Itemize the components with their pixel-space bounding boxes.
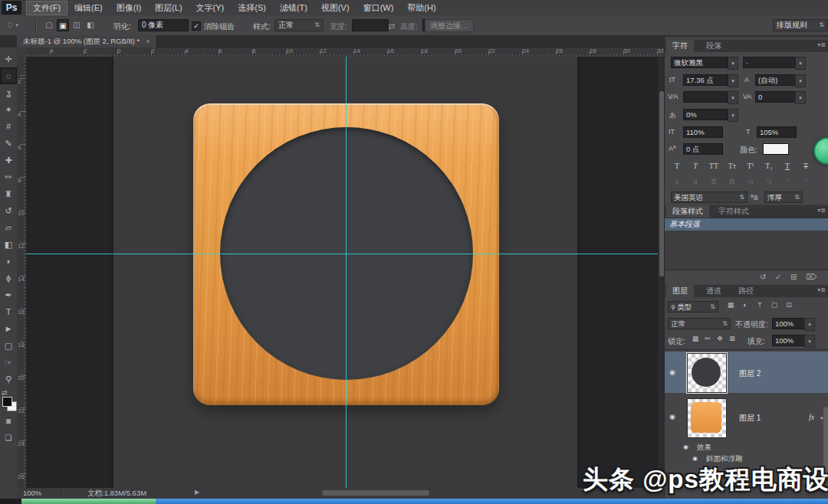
horizontal-scale-input[interactable]: 105% [757, 126, 797, 138]
opentype-button[interactable]: ª [780, 178, 795, 185]
document-tab[interactable]: 未标题-1 @ 100% (图层 2, RGB/8) *× [17, 35, 157, 47]
tab-layers[interactable]: 图层 [666, 285, 694, 297]
new-selection-mode-icon[interactable]: ▢ [43, 19, 55, 31]
tab-character-styles[interactable]: 字符样式 [712, 205, 755, 218]
shape-tool[interactable]: ▢ [0, 337, 17, 354]
refine-edge-button[interactable]: 调整边缘… [425, 19, 474, 32]
menu-item[interactable]: 文件(F) [26, 1, 67, 15]
opentype-button[interactable]: ﬆ [724, 178, 740, 185]
layer-name[interactable]: 图层 1 [739, 413, 761, 424]
path-selection-tool[interactable]: ► [0, 320, 17, 337]
menu-item[interactable]: 图像(I) [110, 1, 148, 15]
layer-row-1[interactable]: ◉ 图层 1 fx ▴ [665, 394, 828, 440]
visibility-eye-icon[interactable]: ◉ [683, 443, 688, 450]
swap-colors-icon[interactable]: ⇄ [2, 389, 8, 397]
undo-icon[interactable]: ↺ [760, 273, 766, 281]
font-family-dropdown[interactable]: 微软雅黑 [671, 57, 728, 68]
menu-item[interactable]: 编辑(E) [67, 1, 110, 15]
antialias-checkbox[interactable]: ✓ [192, 21, 201, 31]
antialias-dropdown[interactable]: 浑厚⇅ [764, 191, 803, 203]
chevron-down-icon[interactable]: ▾ [728, 57, 738, 70]
vertical-scrollbar[interactable] [658, 57, 664, 488]
tab-paragraph[interactable]: 段落 [700, 40, 728, 52]
tracking-input[interactable]: 0 [755, 91, 797, 103]
tab-paths[interactable]: 路径 [732, 285, 760, 297]
dodge-tool[interactable]: ϕ [0, 270, 17, 286]
menu-item[interactable]: 图层(L) [148, 1, 189, 15]
type-tool[interactable]: T [0, 303, 17, 320]
type-style-button[interactable]: T [669, 162, 685, 170]
foreground-color-swatch[interactable] [2, 397, 12, 407]
tool-preset-icon[interactable]: ◌ ▾ [8, 19, 18, 30]
filter-shape-layers-icon[interactable]: ▢ [768, 301, 780, 309]
horizontal-scrollbar-thumb[interactable] [322, 490, 429, 496]
paragraph-style-item[interactable]: 基本段落 [665, 218, 828, 231]
lock-position-icon[interactable]: ✥ [714, 335, 726, 342]
screen-mode-icon[interactable]: ❏ [0, 434, 17, 442]
filter-smart-objects-icon[interactable]: ⊡ [783, 301, 795, 309]
add-selection-mode-icon[interactable]: ▣ [57, 19, 69, 31]
zoom-tool[interactable]: ⚲ [0, 371, 17, 388]
workspace-dropdown[interactable]: 排版规则⇅ [773, 19, 828, 31]
gradient-tool[interactable]: ◧ [0, 236, 17, 253]
type-style-button[interactable]: T [688, 162, 703, 170]
brush-tool[interactable]: ✏ [0, 169, 17, 185]
chevron-down-icon[interactable]: ▾ [804, 318, 815, 331]
type-style-button[interactable]: T₁ [761, 162, 777, 170]
fx-badge[interactable]: fx [809, 413, 814, 421]
opentype-button[interactable]: ﬂ [688, 178, 703, 185]
layer-filter-dropdown[interactable]: ⚲ 类型⇅ [668, 301, 718, 313]
filter-pixel-layers-icon[interactable]: ▦ [724, 301, 737, 309]
apply-check-icon[interactable]: ✓ [775, 273, 781, 281]
panel-menu-icon[interactable]: ▾≣ [817, 286, 826, 293]
elliptical-marquee-tool[interactable]: ◌ [0, 67, 17, 84]
baseline-shift-input[interactable]: 0 点 [683, 143, 723, 155]
tab-channels[interactable]: 通道 [700, 285, 728, 297]
status-flyout-icon[interactable]: ▶ [195, 489, 199, 496]
type-style-button[interactable]: T [780, 162, 795, 170]
quick-mask-icon[interactable]: ◙ [0, 417, 17, 425]
chevron-down-icon[interactable]: ▾ [728, 91, 738, 104]
chevron-down-icon[interactable]: ▾ [804, 335, 815, 348]
panel-menu-icon[interactable]: ▾≣ [817, 41, 826, 48]
chevron-down-icon[interactable]: ▾ [728, 74, 738, 87]
chevron-down-icon[interactable]: ▾ [795, 57, 806, 70]
eyedropper-tool[interactable]: ✎ [0, 135, 17, 152]
layer-thumbnail[interactable] [687, 353, 727, 393]
tab-paragraph-styles[interactable]: 段落样式 [666, 205, 709, 218]
chevron-down-icon[interactable]: ▾ [795, 91, 806, 104]
intersect-selection-mode-icon[interactable]: ◧ [84, 19, 97, 31]
lock-paint-icon[interactable]: ✏ [702, 335, 714, 342]
menu-item[interactable]: 视图(V) [314, 1, 356, 15]
visibility-eye-icon[interactable]: ◉ [669, 368, 675, 376]
chevron-down-icon[interactable]: ▾ [728, 109, 738, 122]
filter-type-layers-icon[interactable]: T [754, 301, 766, 309]
pen-tool[interactable]: ✒ [0, 286, 17, 303]
fill-input[interactable]: 100% [772, 335, 806, 346]
leading-input[interactable]: (自动) [755, 74, 797, 86]
blend-mode-dropdown[interactable]: 正常⇅ [668, 318, 731, 329]
clone-stamp-tool[interactable]: ♜ [0, 185, 17, 202]
opacity-input[interactable]: 100% [772, 318, 806, 329]
width-input[interactable] [352, 19, 389, 31]
quick-selection-tool[interactable]: ✶ [0, 101, 17, 118]
visibility-eye-icon[interactable]: ◉ [692, 455, 698, 462]
kerning-input[interactable] [683, 91, 728, 103]
eraser-tool[interactable]: ▱ [0, 219, 17, 236]
delete-style-icon[interactable]: ⌦ [806, 273, 816, 281]
tsume-input[interactable]: 0% [683, 109, 728, 120]
layer-thumbnail[interactable] [687, 398, 727, 438]
panel-menu-icon[interactable]: ▾≣ [817, 207, 826, 214]
zoom-level-input[interactable]: 100% [23, 489, 41, 497]
visibility-eye-icon[interactable]: ◉ [669, 413, 675, 421]
link-dimensions-icon[interactable]: ⇄ [388, 21, 395, 31]
fx-collapse-icon[interactable]: ▴ [820, 414, 823, 421]
new-style-icon[interactable]: ⊞ [790, 273, 797, 281]
opentype-button[interactable]: ﬁ [669, 178, 685, 185]
menu-item[interactable]: 文字(Y) [189, 1, 232, 15]
menu-item[interactable]: 帮助(H) [400, 1, 442, 15]
layer-row-2[interactable]: ◉ 图层 2 [665, 352, 828, 393]
chevron-down-icon[interactable]: ▾ [795, 74, 806, 87]
tab-character[interactable]: 字符 [666, 40, 694, 52]
menu-item[interactable]: 滤镜(T) [273, 1, 314, 15]
